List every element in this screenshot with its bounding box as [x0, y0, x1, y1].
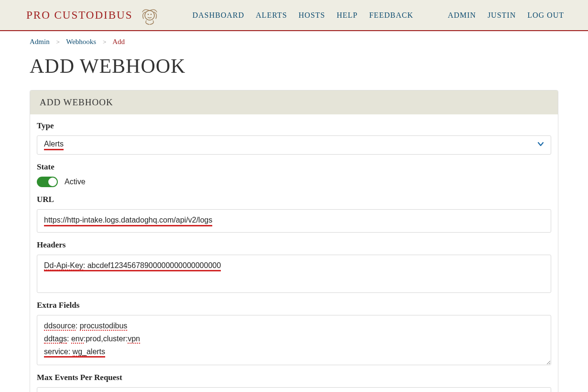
nav-help[interactable]: HELP — [337, 11, 358, 20]
extra-label: Extra Fields — [37, 301, 551, 310]
chevron-down-icon — [537, 141, 544, 149]
nav-hosts[interactable]: HOSTS — [299, 11, 326, 20]
url-label: URL — [37, 195, 551, 204]
panel-header: ADD WEBHOOK — [30, 90, 558, 114]
nav-admin[interactable]: ADMIN — [448, 11, 476, 20]
toggle-knob — [48, 178, 57, 186]
url-value: https://http-intake.logs.datadoghq.com/a… — [44, 216, 212, 226]
url-input[interactable]: https://http-intake.logs.datadoghq.com/a… — [37, 209, 551, 233]
nav-secondary: ADMIN JUSTIN LOG OUT — [448, 11, 564, 20]
type-select[interactable]: Alerts — [37, 135, 551, 155]
svg-point-0 — [145, 11, 154, 20]
headers-textarea[interactable]: Dd-Api-Key: abcdef1234567890000000000000… — [37, 255, 551, 293]
type-label: Type — [37, 121, 551, 131]
max-events-label: Max Events Per Request — [37, 373, 551, 382]
field-max-events: Max Events Per Request 100 ▲▼ — [37, 373, 551, 392]
breadcrumbs: Admin > Webhooks > Add — [30, 38, 558, 46]
breadcrumb-current: Add — [112, 38, 125, 45]
page-title: ADD WEBHOOK — [30, 55, 558, 78]
main-content: Admin > Webhooks > Add ADD WEBHOOK ADD W… — [0, 31, 588, 392]
headers-label: Headers — [37, 240, 551, 250]
max-events-input[interactable]: 100 — [37, 387, 551, 392]
add-webhook-panel: ADD WEBHOOK Type Alerts State — [30, 90, 558, 392]
top-nav: DASHBOARD ALERTS HOSTS HELP FEEDBACK ADM… — [192, 11, 564, 20]
breadcrumb-webhooks[interactable]: Webhooks — [66, 38, 96, 45]
state-status: Active — [65, 178, 86, 186]
nav-dashboard[interactable]: DASHBOARD — [192, 11, 244, 20]
medusa-logo-icon — [140, 5, 160, 25]
field-url: URL https://http-intake.logs.datadoghq.c… — [37, 195, 551, 233]
nav-feedback[interactable]: FEEDBACK — [369, 11, 413, 20]
nav-user[interactable]: JUSTIN — [488, 11, 516, 20]
nav-alerts[interactable]: ALERTS — [256, 11, 287, 20]
breadcrumb-separator: > — [51, 38, 64, 45]
nav-logout[interactable]: LOG OUT — [527, 11, 564, 20]
field-extra: Extra Fields ddsource: procustodibus ddt… — [37, 301, 551, 366]
panel-body: Type Alerts State Active — [30, 114, 558, 392]
nav-primary: DASHBOARD ALERTS HOSTS HELP FEEDBACK — [192, 11, 413, 20]
top-header: PRO CUSTODIBUS DASHBOARD ALERTS HOSTS HE… — [0, 0, 588, 31]
breadcrumb-admin[interactable]: Admin — [30, 38, 50, 45]
state-label: State — [37, 162, 551, 172]
field-headers: Headers Dd-Api-Key: abcdef12345678900000… — [37, 240, 551, 293]
state-toggle[interactable] — [37, 177, 58, 187]
field-type: Type Alerts — [37, 121, 551, 155]
brand-text: PRO CUSTODIBUS — [26, 9, 133, 22]
type-value: Alerts — [44, 140, 64, 150]
field-state: State Active — [37, 162, 551, 187]
extra-textarea[interactable]: ddsource: procustodibus ddtags: env:prod… — [37, 315, 551, 366]
breadcrumb-separator: > — [98, 38, 111, 45]
brand[interactable]: PRO CUSTODIBUS — [26, 5, 160, 25]
svg-point-1 — [147, 13, 149, 15]
svg-point-2 — [150, 13, 152, 15]
